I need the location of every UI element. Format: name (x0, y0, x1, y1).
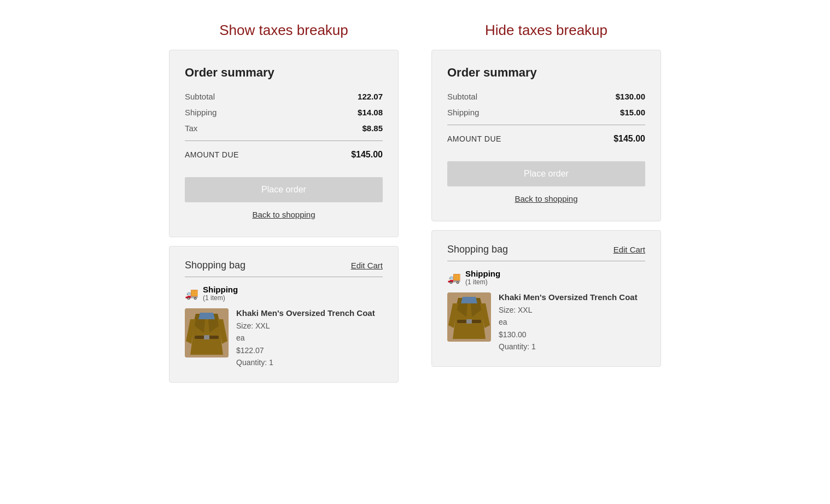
left-panel-wrapper: Show taxes breakup Order summary Subtota… (169, 22, 399, 383)
right-product-quantity: Quantity: 1 (499, 342, 536, 351)
right-order-summary-heading: Order summary (447, 66, 645, 80)
right-place-order-button[interactable]: Place order (447, 161, 645, 186)
right-shipping-value: $15.00 (620, 108, 645, 117)
left-divider (185, 140, 383, 141)
left-shipping-label: Shipping (185, 108, 217, 117)
right-subtotal-row: Subtotal $130.00 (447, 89, 645, 104)
left-edit-cart-link[interactable]: Edit Cart (351, 261, 383, 270)
right-shipping-items-count: (1 item) (465, 278, 500, 286)
left-amount-due-label: AMOUNT DUE (185, 150, 239, 159)
left-subtotal-label: Subtotal (185, 92, 215, 101)
left-panel-title: Show taxes breakup (219, 22, 348, 39)
right-amount-due-value: $145.00 (613, 134, 645, 144)
right-shipping-info-row: 🚚 Shipping (1 item) (447, 269, 645, 286)
right-shopping-bag-title: Shopping bag (447, 244, 508, 255)
right-product-image (447, 292, 491, 342)
left-shipping-items-count: (1 item) (203, 294, 238, 302)
left-bag-divider (185, 277, 383, 277)
left-product-quantity: Quantity: 1 (236, 358, 273, 367)
right-shipping-label-text: Shipping (465, 269, 500, 278)
left-amount-due-row: AMOUNT DUE $145.00 (185, 145, 383, 164)
right-shopping-bag-header: Shopping bag Edit Cart (447, 244, 645, 255)
right-product-info: Size: XXL ea $130.00 Quantity: 1 (499, 304, 638, 353)
left-product-row: Khaki Men's Oversized Trench Coat Size: … (185, 308, 383, 369)
left-tax-value: $8.85 (362, 124, 383, 133)
left-tax-row: Tax $8.85 (185, 120, 383, 136)
right-amount-due-label: AMOUNT DUE (447, 134, 501, 143)
right-product-name: Khaki Men's Oversized Trench Coat (499, 292, 638, 302)
left-shipping-truck-icon: 🚚 (185, 287, 198, 300)
right-amount-due-row: AMOUNT DUE $145.00 (447, 130, 645, 148)
right-panel-wrapper: Hide taxes breakup Order summary Subtota… (431, 22, 661, 367)
svg-marker-15 (461, 297, 477, 303)
left-shopping-bag-panel: Shopping bag Edit Cart 🚚 Shipping (1 ite… (169, 246, 399, 383)
right-divider (447, 125, 645, 125)
right-panel-title: Hide taxes breakup (485, 22, 607, 39)
right-subtotal-label: Subtotal (447, 92, 477, 101)
left-tax-label: Tax (185, 124, 197, 133)
right-shipping-label: Shipping (447, 108, 479, 117)
svg-marker-6 (198, 313, 215, 319)
right-product-row: Khaki Men's Oversized Trench Coat Size: … (447, 292, 645, 353)
left-place-order-button[interactable]: Place order (185, 177, 383, 202)
svg-rect-14 (466, 319, 472, 324)
left-subtotal-value: 122.07 (358, 92, 383, 101)
right-back-to-shopping-link[interactable]: Back to shopping (447, 194, 645, 203)
right-shopping-bag-panel: Shopping bag Edit Cart 🚚 Shipping (1 ite… (431, 230, 661, 367)
right-shipping-truck-icon: 🚚 (447, 271, 461, 284)
left-product-price: $122.07 (236, 346, 264, 355)
left-shipping-value: $14.08 (358, 108, 383, 117)
right-bag-divider (447, 261, 645, 261)
left-product-info: Size: XXL ea $122.07 Quantity: 1 (236, 320, 375, 369)
left-shopping-bag-header: Shopping bag Edit Cart (185, 260, 383, 271)
left-back-to-shopping-link[interactable]: Back to shopping (185, 210, 383, 219)
right-shipping-row: Shipping $15.00 (447, 104, 645, 120)
right-product-price: $130.00 (499, 330, 527, 339)
right-edit-cart-link[interactable]: Edit Cart (613, 245, 645, 254)
left-shopping-bag-title: Shopping bag (185, 260, 246, 271)
left-subtotal-row: Subtotal 122.07 (185, 89, 383, 104)
left-order-summary-heading: Order summary (185, 66, 383, 80)
right-product-size: Size: XXL (499, 306, 532, 314)
left-shipping-label-text: Shipping (203, 285, 238, 294)
left-order-summary-panel: Order summary Subtotal 122.07 Shipping $… (169, 50, 399, 237)
left-product-unit: ea (236, 333, 245, 342)
left-product-size: Size: XXL (236, 321, 270, 330)
left-product-details: Khaki Men's Oversized Trench Coat Size: … (236, 308, 375, 369)
left-amount-due-value: $145.00 (351, 150, 383, 160)
left-shipping-info-row: 🚚 Shipping (1 item) (185, 285, 383, 302)
right-order-summary-panel: Order summary Subtotal $130.00 Shipping … (431, 50, 661, 221)
left-shipping-row: Shipping $14.08 (185, 104, 383, 120)
left-product-name: Khaki Men's Oversized Trench Coat (236, 308, 375, 318)
right-subtotal-value: $130.00 (616, 92, 645, 101)
left-product-image (185, 308, 229, 358)
right-product-details: Khaki Men's Oversized Trench Coat Size: … (499, 292, 638, 353)
svg-rect-5 (204, 335, 209, 339)
right-product-unit: ea (499, 318, 507, 326)
